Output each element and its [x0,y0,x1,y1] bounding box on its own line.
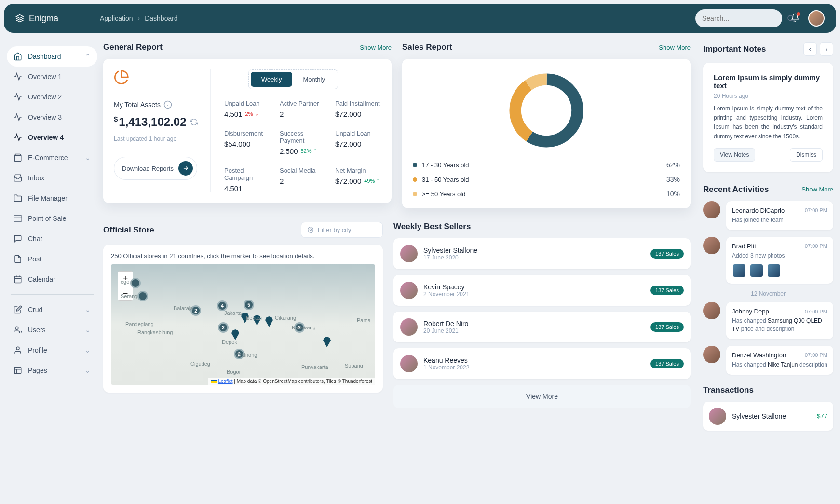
brand-logo[interactable]: Enigma [15,14,100,24]
activity-item: Brad Pitt07:00 PMAdded 3 new photos [703,237,833,284]
sidebar-item-overview-4[interactable]: Overview 4 [7,127,97,148]
transaction-item[interactable]: Sylvester Stallone+$77 [703,402,833,431]
metric: Success Payment2.500 52% ⌃ [280,130,325,155]
activity-date-separator: 12 November [703,290,833,297]
chevron-up-icon: ⌃ [85,53,91,60]
bag-icon [14,153,22,162]
photo-thumbnails[interactable] [732,263,827,278]
metric: Unpaid Loan4.501 2% ⌄ [224,100,270,118]
svg-rect-12 [14,367,21,374]
map-pin[interactable] [231,329,239,340]
legend-row: 17 - 30 Years old62% [413,161,680,169]
zoom-out-button[interactable]: − [118,286,133,300]
metric: Disbursement$54.000 [224,130,270,155]
sidebar-item-label: Crud [28,306,42,313]
map-pin[interactable] [265,316,273,327]
best-sellers-title: Weekly Best Sellers [393,222,691,232]
map-pin[interactable] [241,313,249,323]
view-notes-button[interactable]: View Notes [714,148,755,162]
recent-activities-title: Recent Activities [703,185,769,194]
activities-show-more[interactable]: Show More [801,186,833,193]
map-marker[interactable]: 2 [218,322,229,333]
sellers-view-more[interactable]: View More [393,385,691,408]
store-map[interactable]: + − 2 4 5 2 2 2 [111,264,375,385]
tab-monthly[interactable]: Monthly [292,72,336,87]
map-pin-icon [307,227,314,233]
seller-card[interactable]: Sylvester Stallone17 June 2020137 Sales [393,238,691,269]
sidebar-item-inbox[interactable]: Inbox [7,168,97,188]
download-reports-button[interactable]: Download Reports [114,157,197,180]
avatar [400,282,418,299]
profile-icon [14,346,22,354]
sales-show-more[interactable]: Show More [659,44,691,51]
important-notes-title: Important Notes [703,44,766,54]
sidebar-item-pages[interactable]: Pages⌄ [7,360,97,381]
sidebar-item-users[interactable]: Users⌄ [7,320,97,340]
breadcrumb-root[interactable]: Application [100,14,133,22]
map-marker[interactable]: 5 [244,300,254,310]
sidebar-item-overview-2[interactable]: Overview 2 [7,87,97,107]
brand-name: Enigma [29,14,58,24]
note-body: Lorem Ipsum is simply dummy text of the … [714,104,823,141]
sidebar-item-label: File Manager [28,194,68,202]
activity-icon [14,93,22,101]
tab-weekly[interactable]: Weekly [251,72,292,87]
sidebar-item-profile[interactable]: Profile⌄ [7,340,97,360]
map-marker[interactable]: 2 [294,322,305,333]
sales-legend: 17 - 30 Years old62%31 - 50 Years old33%… [413,161,680,198]
notes-prev-button[interactable]: ‹ [803,42,817,56]
dismiss-button[interactable]: Dismiss [790,148,823,162]
notes-next-button[interactable]: › [820,42,833,56]
map-pin[interactable] [253,315,261,326]
seller-card[interactable]: Robert De Niro20 June 2021137 Sales [393,312,691,342]
sidebar-item-label: Chat [28,235,42,243]
avatar [703,201,720,218]
info-icon[interactable] [163,100,172,109]
inbox-icon [14,174,22,182]
sidebar-item-overview-1[interactable]: Overview 1 [7,67,97,87]
metric: Posted Campaign4.501 [224,167,270,192]
sidebar-item-label: Pages [28,367,47,374]
map-marker[interactable] [130,278,141,288]
sidebar-item-chat[interactable]: Chat [7,229,97,249]
last-updated: Last updated 1 hour ago [114,136,201,142]
sidebar-item-file-manager[interactable]: File Manager [7,188,97,208]
transactions-title: Transactions [703,385,833,395]
sidebar-item-e-commerce[interactable]: E-Commerce⌄ [7,148,97,168]
user-avatar[interactable] [808,10,825,27]
search-input[interactable] [702,14,786,22]
search-box[interactable] [695,9,782,27]
note-time: 20 Hours ago [714,93,823,99]
general-show-more[interactable]: Show More [360,44,392,51]
svg-rect-4 [14,216,22,221]
map-marker[interactable]: 4 [217,300,228,311]
sidebar: Dashboard⌃Overview 1Overview 2Overview 3… [4,37,100,436]
sales-badge: 137 Sales [650,286,684,295]
filter-city-input[interactable]: Filter by city [301,222,383,238]
sellers-list: Sylvester Stallone17 June 2020137 SalesK… [393,238,691,379]
sidebar-item-calendar[interactable]: Calendar [7,269,97,289]
refresh-icon[interactable] [190,118,198,126]
sidebar-item-post[interactable]: Post [7,249,97,269]
sidebar-item-label: Inbox [28,174,44,182]
seller-card[interactable]: Kevin Spacey2 November 2021137 Sales [393,275,691,306]
sidebar-item-overview-3[interactable]: Overview 3 [7,107,97,127]
map-marker[interactable]: 2 [234,349,244,359]
edit-icon [14,305,22,314]
metric: Paid Installment$72.000 [335,100,381,118]
sidebar-item-dashboard[interactable]: Dashboard⌃ [7,46,97,67]
map-marker[interactable] [137,291,148,301]
seller-card[interactable]: Keanu Reeves1 November 2022137 Sales [393,348,691,379]
map-marker[interactable]: 2 [190,305,201,316]
activities-list: Leonardo DiCaprio07:00 PMHas joined the … [703,201,833,375]
sales-badge: 137 Sales [650,322,684,332]
sidebar-item-crud[interactable]: Crud⌄ [7,300,97,320]
legend-row: 31 - 50 Years old33% [413,176,680,183]
notifications-button[interactable] [791,13,799,24]
arrow-right-icon [178,161,193,176]
activity-icon [14,113,22,122]
map-pin[interactable] [323,337,331,347]
avatar [703,302,720,319]
sales-report-card: 17 - 30 Years old62%31 - 50 Years old33%… [402,59,691,208]
sidebar-item-point-of-sale[interactable]: Point of Sale [7,208,97,229]
